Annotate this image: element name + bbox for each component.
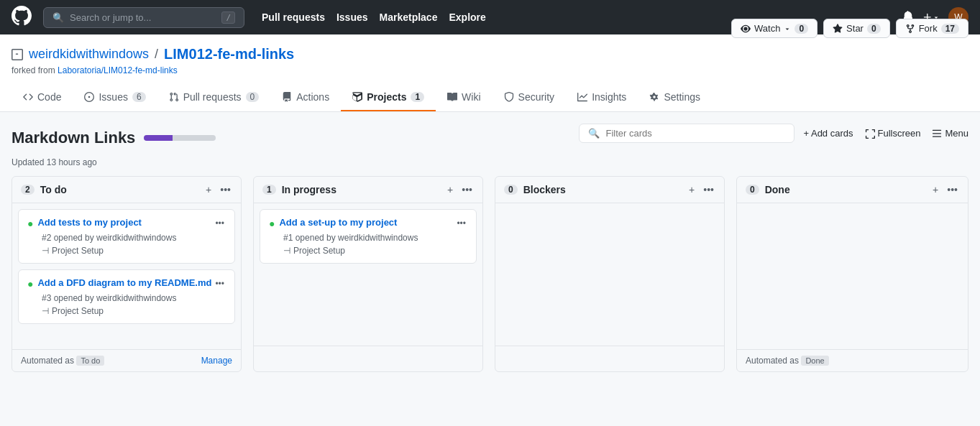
done-footer: Automated as Done	[737, 349, 968, 371]
todo-footer: Automated as To do Manage	[12, 349, 241, 371]
inprogress-footer	[254, 346, 482, 371]
star-button[interactable]: Star 0	[823, 19, 890, 38]
filter-input-field[interactable]	[605, 128, 785, 139]
repo-tabs: Code Issues 6 Pull requests 0 Actions Pr…	[12, 84, 968, 111]
column-inprogress: 1 In progress + ••• ● Add a set-up to my…	[253, 176, 483, 372]
tab-issues[interactable]: Issues 6	[73, 84, 157, 111]
repo-name-link[interactable]: LIM012-fe-md-links	[164, 46, 294, 62]
fork-count: 17	[941, 24, 959, 34]
tab-wiki[interactable]: Wiki	[436, 84, 492, 111]
github-logo-icon[interactable]	[12, 6, 32, 29]
repo-header: weirdkidwithwindows / LIM012-fe-md-links…	[0, 34, 980, 112]
tab-security[interactable]: Security	[493, 84, 567, 111]
card-header: ● Add a set-up to my project •••	[269, 217, 467, 230]
filter-cards-input[interactable]: 🔍	[579, 124, 794, 143]
open-issue-icon: ●	[27, 278, 33, 290]
inprogress-count: 1	[262, 185, 276, 195]
issues-link[interactable]: Issues	[336, 11, 368, 23]
project-toolbar: 🔍 + Add cards Fullscreen Menu	[579, 124, 968, 143]
tab-code[interactable]: Code	[12, 84, 73, 111]
search-placeholder: Search or jump to...	[70, 12, 151, 23]
menu-button[interactable]: Menu	[932, 125, 968, 142]
card-header: ● Add tests to my project •••	[27, 217, 226, 230]
column-done-header: 0 Done + •••	[737, 177, 968, 203]
todo-body: ● Add tests to my project ••• #2 opened …	[12, 203, 241, 349]
card-more-button[interactable]: •••	[214, 277, 226, 290]
done-actions: + •••	[931, 182, 959, 197]
done-more-button[interactable]: •••	[945, 182, 959, 197]
open-issue-icon: ●	[27, 218, 33, 229]
star-label: Star	[846, 23, 864, 34]
star-count: 0	[867, 24, 881, 34]
fork-source-link[interactable]: Laboratoria/LIM012-fe-md-links	[58, 65, 178, 75]
project-progress-bar	[144, 135, 216, 141]
column-inprogress-header: 1 In progress + •••	[254, 177, 482, 203]
tab-actions[interactable]: Actions	[270, 84, 341, 111]
marketplace-link[interactable]: Marketplace	[380, 11, 438, 23]
milestone-icon: ⊣	[42, 306, 49, 316]
search-icon: 🔍	[52, 12, 64, 23]
project-header: Markdown Links	[12, 129, 216, 147]
done-automation-badge: Done	[801, 356, 828, 366]
fork-button[interactable]: Fork 17	[896, 19, 968, 38]
card-title-link[interactable]: Add a DFD diagram to my README.md	[37, 277, 214, 288]
tab-settings[interactable]: Settings	[638, 84, 712, 111]
blockers-title: Blockers	[523, 184, 682, 195]
blockers-more-button[interactable]: •••	[702, 182, 715, 197]
repo-title: weirdkidwithwindows / LIM012-fe-md-links	[12, 46, 294, 62]
card-title-link[interactable]: Add tests to my project	[37, 217, 214, 228]
todo-title: To do	[40, 184, 198, 195]
todo-actions: + •••	[204, 182, 232, 197]
done-add-button[interactable]: +	[931, 182, 940, 197]
column-blockers: 0 Blockers + •••	[495, 176, 725, 372]
manage-link[interactable]: Manage	[201, 356, 232, 366]
project-title: Markdown Links	[12, 129, 135, 147]
card-meta: #2 opened by weirdkidwithwindows	[42, 233, 226, 243]
blockers-count: 0	[504, 185, 518, 195]
done-count: 0	[746, 185, 759, 195]
todo-more-button[interactable]: •••	[219, 182, 232, 197]
open-issue-icon: ●	[269, 218, 275, 229]
tab-insights[interactable]: Insights	[566, 84, 638, 111]
watch-label: Watch	[754, 23, 780, 34]
milestone-icon: ⊣	[42, 246, 49, 256]
column-blockers-header: 0 Blockers + •••	[495, 177, 724, 203]
card-header: ● Add a DFD diagram to my README.md •••	[27, 277, 226, 290]
watch-count: 0	[794, 24, 808, 34]
column-todo: 2 To do + ••• ● Add tests to my project …	[12, 176, 242, 372]
card-meta: #3 opened by weirdkidwithwindows	[42, 293, 226, 303]
add-cards-button[interactable]: + Add cards	[803, 125, 853, 142]
list-item: ● Add a set-up to my project ••• #1 open…	[260, 209, 477, 264]
search-kbd: /	[221, 11, 235, 24]
tab-pull-requests[interactable]: Pull requests 0	[157, 84, 271, 111]
done-title: Done	[765, 184, 925, 195]
done-body	[737, 203, 968, 349]
repo-forked-info: forked from Laboratoria/LIM012-fe-md-lin…	[12, 65, 294, 75]
inprogress-title: In progress	[282, 184, 440, 195]
tab-projects[interactable]: Projects 1	[341, 84, 436, 111]
column-todo-header: 2 To do + •••	[12, 177, 241, 203]
search-icon: 🔍	[588, 128, 600, 139]
inprogress-add-button[interactable]: +	[446, 182, 454, 197]
pull-requests-link[interactable]: Pull requests	[262, 11, 325, 23]
todo-add-button[interactable]: +	[204, 182, 213, 197]
explore-link[interactable]: Explore	[449, 11, 485, 23]
blockers-add-button[interactable]: +	[687, 182, 696, 197]
list-item: ● Add tests to my project ••• #2 opened …	[18, 209, 235, 264]
toolbar-actions: + Add cards Fullscreen Menu	[803, 125, 968, 142]
navbar-links: Pull requests Issues Marketplace Explore	[262, 11, 486, 23]
watch-button[interactable]: Watch 0	[731, 19, 818, 38]
card-more-button[interactable]: •••	[214, 217, 226, 230]
card-more-button[interactable]: •••	[455, 217, 467, 230]
inprogress-actions: + •••	[446, 182, 474, 197]
column-done: 0 Done + ••• Automated as Done	[736, 176, 968, 372]
search-bar[interactable]: 🔍 Search or jump to... /	[43, 7, 244, 28]
card-title-link[interactable]: Add a set-up to my project	[279, 217, 455, 228]
card-milestone: ⊣ Project Setup	[42, 246, 226, 256]
todo-automation-badge: To do	[76, 356, 104, 366]
repo-actions: Watch 0 Star 0 Fork 17	[731, 19, 968, 38]
repo-owner[interactable]: weirdkidwithwindows	[29, 47, 149, 62]
inprogress-more-button[interactable]: •••	[460, 182, 474, 197]
blockers-actions: + •••	[687, 182, 715, 197]
fullscreen-button[interactable]: Fullscreen	[865, 125, 921, 142]
